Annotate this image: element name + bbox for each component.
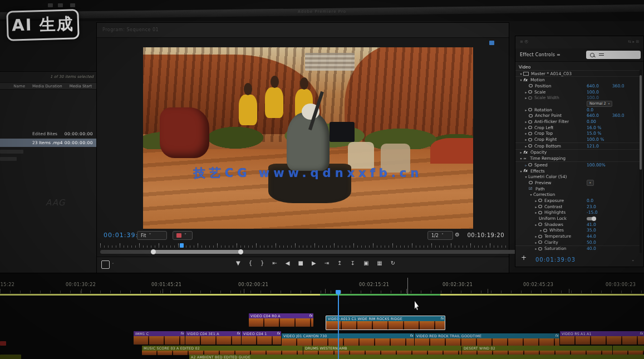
project-row[interactable]: 23 Items .mp400:00:00:00 bbox=[0, 139, 96, 147]
extract-button[interactable]: ↧ bbox=[350, 260, 355, 266]
settings-wrench-icon[interactable]: ⚙ bbox=[455, 232, 460, 238]
effect-row[interactable]: ▸Anti-flicker Filter0.00 bbox=[515, 119, 640, 125]
timeline-clip[interactable]: VIDEO RS A1 A1fx bbox=[560, 331, 644, 345]
stopwatch-icon[interactable] bbox=[528, 144, 532, 147]
twirl-chevron-icon[interactable]: ▸ bbox=[539, 228, 543, 232]
mark-in-button[interactable]: { bbox=[249, 260, 252, 266]
multicam-button[interactable]: ↻ bbox=[391, 260, 395, 266]
effect-row[interactable]: ▸Whites35.0 bbox=[515, 228, 640, 234]
effect-row[interactable]: ▸Crop Left16.0 % bbox=[515, 125, 640, 131]
effect-row[interactable]: ▸Crop Right100.0 % bbox=[515, 136, 640, 142]
monitor-time-ruler[interactable] bbox=[100, 243, 507, 248]
twirl-chevron-icon[interactable]: ▸ bbox=[524, 96, 528, 100]
go-to-in-button[interactable]: ⇤ bbox=[272, 260, 277, 266]
twirl-chevron-icon[interactable]: ▸ bbox=[534, 234, 538, 238]
effect-row[interactable]: Normal 2 bbox=[515, 101, 640, 107]
twirl-chevron-icon[interactable]: ▸ bbox=[534, 210, 538, 214]
clip-stub-olive[interactable] bbox=[0, 355, 21, 359]
param-value[interactable]: 100.00% bbox=[587, 163, 606, 168]
effect-row[interactable]: ▹Speed100.00% bbox=[515, 161, 640, 168]
twirl-chevron-icon[interactable]: ▸ bbox=[534, 240, 538, 244]
twirl-chevron-icon[interactable]: ▸ bbox=[524, 126, 528, 130]
effect-row[interactable]: ▸Highlights-15.0 bbox=[515, 210, 640, 216]
stopwatch-icon[interactable] bbox=[538, 211, 542, 214]
project-column-headers[interactable]: Name Media Duration Media Start bbox=[0, 82, 96, 90]
effect-row[interactable]: Uniform Lock bbox=[515, 215, 640, 222]
effect-row[interactable]: ▾≈Time Remapping bbox=[515, 155, 640, 161]
effects-scrollbar-thumb[interactable] bbox=[640, 75, 642, 170]
param-value[interactable]: 0.00 bbox=[587, 119, 596, 124]
param-value[interactable]: 640.0 bbox=[587, 113, 599, 118]
stopwatch-icon[interactable] bbox=[528, 163, 532, 166]
timeline-clip[interactable] bbox=[613, 346, 644, 355]
stopwatch-icon[interactable] bbox=[538, 205, 542, 208]
param-value[interactable]: 360.0 bbox=[612, 113, 625, 118]
program-monitor-tab[interactable]: Program: Sequence 01 bbox=[102, 27, 159, 32]
effect-row[interactable]: ▾Correction bbox=[515, 191, 640, 198]
timeline-clip[interactable]: VIDEO RED ROCK TRAIL GOODTIMEfx bbox=[415, 333, 559, 347]
effect-row[interactable]: Video bbox=[515, 64, 640, 70]
effect-row[interactable]: Anchor Point640.0360.0 bbox=[515, 113, 640, 119]
stopwatch-icon[interactable] bbox=[529, 181, 533, 184]
param-value[interactable]: 16.0 % bbox=[587, 125, 602, 130]
stopwatch-icon[interactable] bbox=[538, 235, 542, 238]
twirl-chevron-icon[interactable]: ▸ bbox=[524, 120, 528, 124]
panel-menu-icon[interactable] bbox=[489, 41, 494, 45]
timeline-clip[interactable]: VIDEO J01 CANYON 730fx bbox=[282, 333, 414, 347]
project-item-partial[interactable] bbox=[0, 150, 23, 154]
time-remap-icon[interactable]: ≈ bbox=[523, 156, 528, 161]
timeline-clip[interactable]: VIDEO C04 R0 Afx bbox=[249, 313, 313, 327]
stopwatch-icon[interactable] bbox=[528, 126, 532, 129]
timeline-clip[interactable]: VIDEO A013 C1 WIDE RIM ROCKS RIDGEfx bbox=[326, 316, 445, 330]
stopwatch-icon[interactable] bbox=[529, 84, 533, 87]
param-value[interactable]: 640.0 bbox=[587, 83, 599, 88]
param-dropdown[interactable]: Normal 2 bbox=[587, 101, 612, 107]
stopwatch-icon[interactable] bbox=[538, 199, 542, 202]
twirl-chevron-icon[interactable]: ▸ bbox=[519, 150, 523, 154]
stopwatch-icon[interactable] bbox=[528, 120, 532, 124]
menu-icon[interactable] bbox=[58, 3, 63, 7]
param-toggle[interactable] bbox=[587, 217, 596, 220]
panel-header-icons[interactable]: ⇆ ▸ ⊞ bbox=[628, 40, 639, 44]
project-row[interactable]: Edited Bites00:00:00:00 bbox=[0, 130, 96, 138]
timeline-clip[interactable]: IMM1 Cfx bbox=[134, 331, 185, 345]
lift-button[interactable]: ↥ bbox=[337, 260, 342, 266]
stopwatch-icon[interactable] bbox=[543, 229, 547, 232]
effect-row[interactable]: ▸Scale100.0 bbox=[515, 89, 640, 95]
timeline-clip[interactable]: A2 AMBIENT BED EDITED GUIDE bbox=[189, 355, 644, 359]
twirl-chevron-icon[interactable]: ▾ bbox=[529, 193, 533, 196]
param-value[interactable]: -15.0 bbox=[587, 210, 598, 215]
twirl-chevron-icon[interactable]: ▸ bbox=[534, 247, 538, 250]
effect-row[interactable]: ▸Exposure0.0 bbox=[515, 198, 640, 204]
param-value[interactable]: 121.0 bbox=[587, 144, 599, 149]
twirl-chevron-icon[interactable]: ▸ bbox=[534, 223, 538, 227]
mark-out-button[interactable]: } bbox=[260, 260, 264, 266]
param-value[interactable]: 0.0 bbox=[587, 198, 593, 203]
keyframe-nav-icon[interactable]: ▹ bbox=[524, 163, 528, 167]
effect-panel-timecode[interactable]: 00:01:39:03 bbox=[535, 257, 576, 263]
stopwatch-icon[interactable] bbox=[528, 90, 532, 94]
effect-row[interactable]: ▸Scale Width100.0 bbox=[515, 95, 640, 101]
work-area-bar[interactable] bbox=[0, 294, 644, 296]
twirl-chevron-icon[interactable]: ▸ bbox=[534, 205, 538, 209]
twirl-chevron-icon[interactable]: ▾ bbox=[519, 78, 523, 82]
effect-row[interactable]: ▾Lumetri Color (54) bbox=[515, 174, 640, 180]
zoom-handle-right[interactable] bbox=[238, 249, 243, 254]
menu-icon[interactable] bbox=[70, 3, 75, 7]
monitor-playhead[interactable] bbox=[180, 243, 184, 248]
stopwatch-icon[interactable] bbox=[538, 247, 542, 250]
step-back-button[interactable]: ◀ bbox=[286, 260, 290, 266]
param-dropdown[interactable] bbox=[587, 180, 594, 186]
effect-row[interactable]: ▸Crop Top15.0 % bbox=[515, 131, 640, 137]
column-name[interactable]: Name bbox=[13, 84, 25, 88]
param-value[interactable]: 0.0 bbox=[587, 107, 593, 112]
timeline-clip[interactable]: DESERT WIND 02 bbox=[462, 346, 612, 355]
param-value[interactable]: 100.0 % bbox=[587, 137, 604, 142]
stopwatch-icon[interactable] bbox=[528, 96, 532, 100]
panel-collapse-icon[interactable]: ⌄ bbox=[631, 258, 635, 262]
param-value[interactable]: 23.0 bbox=[587, 204, 596, 209]
effect-row[interactable]: ☑Path bbox=[515, 186, 640, 192]
monitor-zoom-thumb[interactable] bbox=[153, 250, 242, 254]
zoom-level-dropdown[interactable]: 1/2 bbox=[427, 231, 453, 240]
timeline-clip[interactable]: MUSIC SCORE 03 A EDITED 02 bbox=[142, 346, 303, 355]
